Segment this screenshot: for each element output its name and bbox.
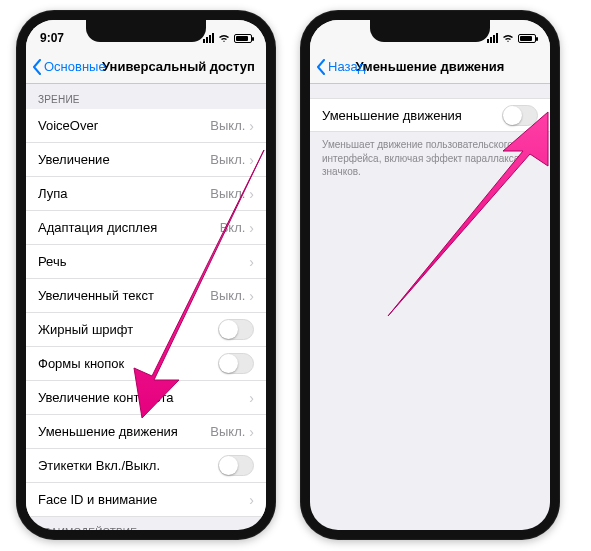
row-value: Вкл. bbox=[220, 220, 246, 235]
row-label: Лупа bbox=[38, 186, 67, 201]
row-value: Выкл. bbox=[210, 152, 245, 167]
row-label: Адаптация дисплея bbox=[38, 220, 157, 235]
row-voiceover[interactable]: VoiceOver Выкл.› bbox=[26, 109, 266, 143]
section-interaction: ВЗАИМОДЕЙСТВИЕ bbox=[26, 517, 266, 530]
status-icons bbox=[487, 33, 536, 43]
row-label: Этикетки Вкл./Выкл. bbox=[38, 458, 160, 473]
row-label: Face ID и внимание bbox=[38, 492, 157, 507]
row-label: Формы кнопок bbox=[38, 356, 124, 371]
row-label: Уменьшение движения bbox=[322, 108, 462, 123]
status-icons bbox=[203, 33, 252, 43]
chevron-right-icon: › bbox=[249, 119, 254, 133]
back-button[interactable]: Назад bbox=[316, 59, 365, 75]
row-label: Увеличение контраста bbox=[38, 390, 173, 405]
chevron-right-icon: › bbox=[249, 289, 254, 303]
row-display-accom[interactable]: Адаптация дисплея Вкл.› bbox=[26, 211, 266, 245]
row-zoom[interactable]: Увеличение Выкл.› bbox=[26, 143, 266, 177]
chevron-right-icon: › bbox=[249, 187, 254, 201]
chevron-right-icon: › bbox=[249, 255, 254, 269]
nav-bar: Назад Уменьшение движения bbox=[310, 50, 550, 84]
chevron-right-icon: › bbox=[249, 153, 254, 167]
row-label: Речь bbox=[38, 254, 66, 269]
row-magnifier[interactable]: Лупа Выкл.› bbox=[26, 177, 266, 211]
row-label: Уменьшение движения bbox=[38, 424, 178, 439]
row-value: Выкл. bbox=[210, 118, 245, 133]
row-label: Жирный шрифт bbox=[38, 322, 133, 337]
nav-bar: Основные Универсальный доступ bbox=[26, 50, 266, 84]
notch bbox=[86, 20, 206, 42]
row-onoff-labels[interactable]: Этикетки Вкл./Выкл. bbox=[26, 449, 266, 483]
signal-icon bbox=[487, 33, 498, 43]
back-label: Основные bbox=[44, 59, 106, 74]
row-value: Выкл. bbox=[210, 424, 245, 439]
screen-left: 9:07 Основные Универсальный доступ ЗРЕНИ… bbox=[26, 20, 266, 530]
row-increase-contrast[interactable]: Увеличение контраста › bbox=[26, 381, 266, 415]
row-value: Выкл. bbox=[210, 288, 245, 303]
footer-note: Уменьшает движение пользовательского инт… bbox=[310, 132, 550, 185]
battery-icon bbox=[518, 34, 536, 43]
phone-right: Назад Уменьшение движения Уменьшение дви… bbox=[300, 10, 560, 540]
battery-icon bbox=[234, 34, 252, 43]
row-label: Увеличенный текст bbox=[38, 288, 154, 303]
row-reduce-motion[interactable]: Уменьшение движения Выкл.› bbox=[26, 415, 266, 449]
wifi-icon bbox=[502, 33, 514, 43]
content: Уменьшение движения Уменьшает движение п… bbox=[310, 84, 550, 185]
back-label: Назад bbox=[328, 59, 365, 74]
toggle[interactable] bbox=[502, 105, 538, 126]
row-label: VoiceOver bbox=[38, 118, 98, 133]
chevron-right-icon: › bbox=[249, 493, 254, 507]
row-faceid[interactable]: Face ID и внимание › bbox=[26, 483, 266, 517]
chevron-right-icon: › bbox=[249, 391, 254, 405]
chevron-left-icon bbox=[32, 59, 42, 75]
row-bold-text[interactable]: Жирный шрифт bbox=[26, 313, 266, 347]
row-speech[interactable]: Речь › bbox=[26, 245, 266, 279]
chevron-right-icon: › bbox=[249, 425, 254, 439]
toggle[interactable] bbox=[218, 319, 254, 340]
wifi-icon bbox=[218, 33, 230, 43]
status-time: 9:07 bbox=[40, 31, 64, 45]
chevron-right-icon: › bbox=[249, 221, 254, 235]
row-larger-text[interactable]: Увеличенный текст Выкл.› bbox=[26, 279, 266, 313]
notch bbox=[370, 20, 490, 42]
back-button[interactable]: Основные bbox=[32, 59, 106, 75]
row-reduce-motion-main[interactable]: Уменьшение движения bbox=[310, 98, 550, 132]
chevron-left-icon bbox=[316, 59, 326, 75]
content: ЗРЕНИЕ VoiceOver Выкл.› Увеличение Выкл.… bbox=[26, 84, 266, 530]
section-vision: ЗРЕНИЕ bbox=[26, 84, 266, 109]
row-button-shapes[interactable]: Формы кнопок bbox=[26, 347, 266, 381]
toggle[interactable] bbox=[218, 353, 254, 374]
phone-left: 9:07 Основные Универсальный доступ ЗРЕНИ… bbox=[16, 10, 276, 540]
row-value: Выкл. bbox=[210, 186, 245, 201]
signal-icon bbox=[203, 33, 214, 43]
row-label: Увеличение bbox=[38, 152, 110, 167]
screen-right: Назад Уменьшение движения Уменьшение дви… bbox=[310, 20, 550, 530]
toggle[interactable] bbox=[218, 455, 254, 476]
